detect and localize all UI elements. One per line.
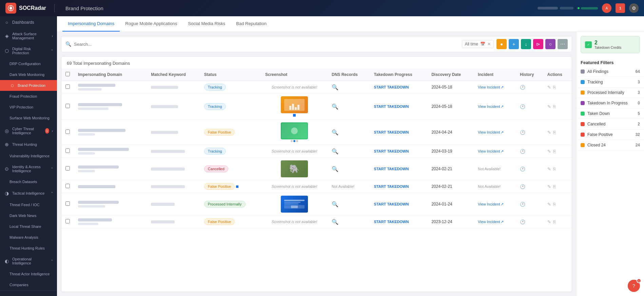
edit-icon[interactable]: ✎ [547,202,551,207]
copy-icon[interactable]: ⎘ [553,149,556,154]
start-takedown-button[interactable]: START TAKEDOWN [374,104,409,108]
start-takedown-button[interactable]: START TAKEDOWN [374,85,409,89]
dns-icon[interactable]: 🔍 [332,104,338,110]
filter-item-all-findings[interactable]: All Findings64 [577,66,644,77]
sidebar-item-vip[interactable]: VIP Protection [0,102,57,113]
support-button[interactable]: ? 1 [628,280,640,292]
copy-icon[interactable]: ⎘ [553,184,556,189]
nav-profile[interactable] [538,7,573,9]
filter-btn-teal[interactable]: ↓ [521,39,531,49]
sidebar-item-dark-web-news[interactable]: Dark Web News [0,210,57,221]
history-icon[interactable]: 🕐 [520,130,525,135]
sidebar-item-digital-risk[interactable]: ⬡ Digital Risk Protection ˅ [0,43,57,58]
view-incident-link[interactable]: View Incident ↗ [478,220,512,224]
copy-icon[interactable]: ⎘ [553,85,556,90]
start-takedown-button[interactable]: START TAKEDOWN [374,220,409,224]
row-checkbox[interactable] [65,84,70,89]
filter-btn-blue[interactable]: + [509,39,519,49]
sidebar-item-breach[interactable]: Breach Datasets [0,176,57,187]
start-takedown-button[interactable]: START TAKEDOWN [374,167,409,171]
notifications-button[interactable]: 1 [616,3,625,13]
row-checkbox[interactable] [65,149,70,153]
dns-icon[interactable]: 🔍 [332,84,338,90]
filter-btn-pink[interactable]: ⊳ [533,39,543,49]
filter-item-cancelled[interactable]: Cancelled2 [577,119,644,130]
edit-icon[interactable]: ✎ [547,104,551,109]
history-icon[interactable]: 🕐 [520,85,525,90]
edit-icon[interactable]: ✎ [547,85,551,90]
sidebar-item-threat-hunting-rules[interactable]: Threat Hunting Rules [0,243,57,254]
edit-icon[interactable]: ✎ [547,130,551,135]
view-incident-link[interactable]: View Incident ↗ [478,104,512,109]
user-avatar[interactable]: A [602,3,611,13]
row-checkbox[interactable] [65,201,70,206]
edit-icon[interactable]: ✎ [547,219,551,224]
filter-btn-gray[interactable]: ⋯ [558,39,568,49]
sidebar-item-surface-web[interactable]: Surface Web Monitoring [0,113,57,123]
sidebar-item-local-threat[interactable]: Local Threat Share [0,221,57,232]
clear-date-icon[interactable]: ✕ [487,42,491,46]
app-logo[interactable]: SOCRadar [5,3,46,14]
copy-icon[interactable]: ⎘ [553,219,556,224]
search-input[interactable] [74,42,459,47]
view-incident-link[interactable]: View Incident ↗ [478,149,512,154]
sidebar-item-companies[interactable]: Companies [0,279,57,290]
filter-btn-orange[interactable]: ● [496,39,507,49]
filter-item-false-positive[interactable]: False Positive32 [577,130,644,140]
copy-icon[interactable]: ⎘ [553,130,556,135]
sidebar-item-tactical[interactable]: ◑ Tactical Intelligence ˅ [0,187,57,199]
date-filter[interactable]: All time 📅 ✕ [462,40,494,48]
row-checkbox[interactable] [65,219,70,223]
filter-item-processed-internally[interactable]: Processed Internally3 [577,87,644,98]
row-checkbox[interactable] [65,130,70,134]
view-incident-link[interactable]: View Incident ↗ [478,85,512,90]
sidebar-item-threat-actor[interactable]: Threat Actor Intelligence [0,269,57,279]
history-icon[interactable]: 🕐 [520,149,525,154]
copy-icon[interactable]: ⎘ [553,202,556,207]
filter-item-taken-down[interactable]: Taken Down5 [577,108,644,119]
sidebar-item-threat-feed[interactable]: Threat Feed / IOC [0,199,57,210]
history-icon[interactable]: 🕐 [520,184,525,189]
view-incident-link[interactable]: View Incident ↗ [478,202,512,206]
dns-icon[interactable]: 🔍 [332,219,338,225]
dns-icon[interactable]: 🔍 [332,166,338,172]
sidebar-collapse-button[interactable]: « [0,290,57,296]
sidebar-item-dark-web[interactable]: Dark Web Monitoring [0,69,57,80]
select-all-checkbox[interactable] [65,72,70,76]
edit-icon[interactable]: ✎ [547,149,551,154]
row-checkbox[interactable] [65,104,70,108]
dns-icon[interactable]: 🔍 [332,201,338,207]
edit-icon[interactable]: ✎ [547,184,551,189]
row-checkbox[interactable] [65,184,70,188]
filter-item-tracking[interactable]: Tracking3 [577,77,644,87]
start-takedown-button[interactable]: START TAKEDOWN [374,149,409,153]
sidebar-item-attack-surface[interactable]: ◈ Attack Surface Management › [0,28,57,43]
start-takedown-button[interactable]: START TAKEDOWN [374,184,409,189]
history-icon[interactable]: 🕐 [520,219,525,224]
filter-item-closed[interactable]: Closed 2424 [577,140,644,151]
sidebar-item-fraud[interactable]: Fraud Protection [0,91,57,102]
dns-icon[interactable]: 🔍 [332,130,338,135]
view-incident-link[interactable]: View Incident ↗ [478,130,512,135]
sidebar-item-drp-config[interactable]: DRP Configuration [0,58,57,69]
tab-impersonating-domains[interactable]: Impersonating Domains [62,16,120,32]
start-takedown-button[interactable]: START TAKEDOWN [374,202,409,206]
tab-bad-reputation[interactable]: Bad Reputation [231,16,272,32]
history-icon[interactable]: 🕐 [520,202,525,207]
edit-icon[interactable]: ✎ [547,166,551,172]
sidebar-item-dashboards[interactable]: ○ Dashboards [0,16,57,28]
tab-social-media[interactable]: Social Media Risks [183,16,231,32]
history-icon[interactable]: 🕐 [520,104,525,109]
sidebar-item-threat-hunting[interactable]: ⊕ Threat Hunting [0,138,57,151]
sidebar-item-malware[interactable]: Malware Analysis [0,232,57,243]
sidebar-item-cyber-threat[interactable]: ◎ Cyber Threat Intelligence 1 › [0,123,57,138]
copy-icon[interactable]: ⎘ [553,166,556,172]
settings-button[interactable]: ⚙ [629,3,639,13]
filter-btn-purple[interactable]: ○ [545,39,555,49]
tab-rogue-mobile[interactable]: Rogue Mobile Applications [120,16,182,32]
filter-item-takedown-in-progress[interactable]: Takedown In Progress0 [577,98,644,108]
sidebar-item-identity[interactable]: ⊙ Identity & Access Intelligence ˅ [0,161,57,176]
history-icon[interactable]: 🕐 [520,166,525,172]
copy-icon[interactable]: ⎘ [553,104,556,109]
dns-icon[interactable]: 🔍 [332,149,338,154]
